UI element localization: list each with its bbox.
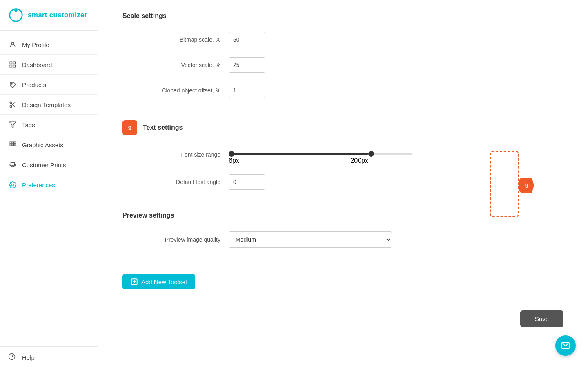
font-size-row: Font size range 6px 200px	[122, 147, 564, 164]
sidebar: smart customizer My Profile Dashboard	[0, 0, 98, 368]
svg-rect-15	[12, 142, 14, 144]
bitmap-scale-label: Bitmap scale, %	[122, 36, 229, 43]
svg-point-8	[10, 102, 12, 104]
default-angle-label: Default text angle	[122, 179, 229, 185]
sidebar-item-preferences[interactable]: Preferences	[0, 175, 98, 195]
preview-settings-title: Preview settings	[122, 212, 564, 219]
sidebar-item-products[interactable]: Products	[0, 75, 98, 95]
preview-quality-select[interactable]: Low Medium High	[229, 231, 392, 248]
default-angle-row: Default text angle	[122, 174, 564, 190]
logo-icon	[8, 7, 24, 23]
svg-point-1	[14, 9, 18, 12]
slider-thumb-min[interactable]	[229, 151, 234, 157]
sidebar-nav: My Profile Dashboard Products	[0, 31, 98, 346]
slider-thumb-max[interactable]	[368, 151, 374, 157]
svg-marker-13	[10, 122, 16, 128]
sidebar-item-preferences-label: Preferences	[22, 182, 55, 188]
sidebar-item-design-templates-label: Design Templates	[22, 101, 71, 108]
logo-text: smart customizer	[28, 11, 87, 19]
svg-rect-5	[10, 65, 12, 67]
help-icon	[8, 353, 17, 362]
sidebar-item-customer-prints[interactable]: Customer Prints	[0, 155, 98, 175]
help-label: Help	[22, 354, 35, 361]
font-size-slider-track[interactable]	[229, 153, 412, 155]
sidebar-item-tags[interactable]: Tags	[0, 115, 98, 135]
vector-scale-label: Vector scale, %	[122, 62, 229, 68]
svg-rect-16	[10, 144, 11, 146]
svg-rect-17	[12, 144, 14, 146]
content-wrapper: Scale settings Bitmap scale, % Vector sc…	[122, 12, 564, 302]
svg-point-2	[11, 42, 14, 45]
sidebar-item-graphic-assets[interactable]: Graphic Assets	[0, 135, 98, 155]
cloned-offset-input[interactable]	[229, 83, 265, 98]
svg-rect-6	[13, 65, 16, 67]
font-size-max-label: 200px	[350, 157, 368, 164]
preview-quality-row: Preview image quality Low Medium High	[122, 231, 564, 248]
plus-icon	[131, 278, 138, 285]
callout-right-badge: 9	[519, 178, 534, 193]
add-toolset-label: Add New Toolset	[141, 278, 187, 285]
sidebar-item-design-templates[interactable]: Design Templates	[0, 95, 98, 115]
font-size-label: Font size range	[122, 149, 229, 158]
scissors-icon	[8, 100, 17, 109]
tag-icon	[8, 80, 17, 89]
scale-settings-title: Scale settings	[122, 12, 564, 20]
bitmap-scale-row: Bitmap scale, %	[122, 32, 564, 47]
sidebar-item-dashboard[interactable]: Dashboard	[0, 55, 98, 75]
text-settings-title: Text settings	[143, 124, 183, 131]
svg-point-22	[12, 184, 14, 186]
sidebar-item-dashboard-label: Dashboard	[22, 61, 52, 68]
slider-labels: 6px 200px	[229, 157, 368, 164]
logo: smart customizer	[0, 0, 98, 31]
bottom-divider	[122, 302, 564, 302]
sidebar-item-tags-label: Tags	[22, 121, 35, 128]
default-angle-input[interactable]	[229, 174, 265, 190]
svg-rect-14	[10, 142, 11, 144]
vector-scale-row: Vector scale, %	[122, 57, 564, 73]
cloned-offset-label: Cloned object offset, %	[122, 87, 229, 94]
sidebar-item-products-label: Products	[22, 81, 46, 88]
font-size-min-label: 6px	[229, 157, 239, 164]
dashboard-icon	[8, 60, 17, 69]
main-content: Scale settings Bitmap scale, % Vector sc…	[98, 0, 588, 368]
scale-settings-section: Scale settings Bitmap scale, % Vector sc…	[122, 12, 564, 98]
svg-rect-18	[14, 142, 16, 144]
svg-rect-19	[14, 144, 16, 146]
sidebar-item-my-profile-label: My Profile	[22, 41, 49, 48]
preview-settings-section: Preview settings Preview image quality L…	[122, 212, 564, 248]
filter-icon	[8, 120, 17, 129]
text-settings-header: 9 Text settings	[122, 120, 564, 135]
text-settings-section: 9 Text settings Font size range 6px 200p…	[122, 120, 564, 190]
add-toolset-button[interactable]: Add New Toolset	[122, 274, 195, 289]
prints-icon	[8, 160, 17, 169]
gear-icon	[8, 180, 17, 189]
vector-scale-input[interactable]	[229, 57, 265, 73]
preview-quality-label: Preview image quality	[122, 236, 229, 243]
svg-line-12	[11, 103, 13, 105]
svg-rect-4	[13, 62, 16, 64]
sidebar-item-my-profile[interactable]: My Profile	[0, 35, 98, 55]
sidebar-item-customer-prints-label: Customer Prints	[22, 162, 66, 168]
cloned-offset-row: Cloned object offset, %	[122, 83, 564, 98]
text-settings-step-badge: 9	[122, 120, 137, 135]
sidebar-item-graphic-assets-label: Graphic Assets	[22, 141, 63, 148]
bitmap-scale-input[interactable]	[229, 32, 265, 47]
font-size-slider-container: 6px 200px	[229, 149, 412, 164]
envelope-icon	[561, 341, 570, 350]
save-button[interactable]: Save	[520, 310, 564, 327]
svg-rect-3	[10, 62, 12, 64]
svg-point-9	[10, 105, 12, 108]
grid-icon	[8, 140, 17, 149]
svg-point-7	[11, 83, 12, 84]
sidebar-item-help[interactable]: Help	[0, 346, 98, 368]
chat-fab-button[interactable]	[555, 335, 576, 356]
slider-fill	[229, 153, 368, 155]
user-icon	[8, 40, 17, 49]
svg-line-11	[13, 105, 15, 107]
